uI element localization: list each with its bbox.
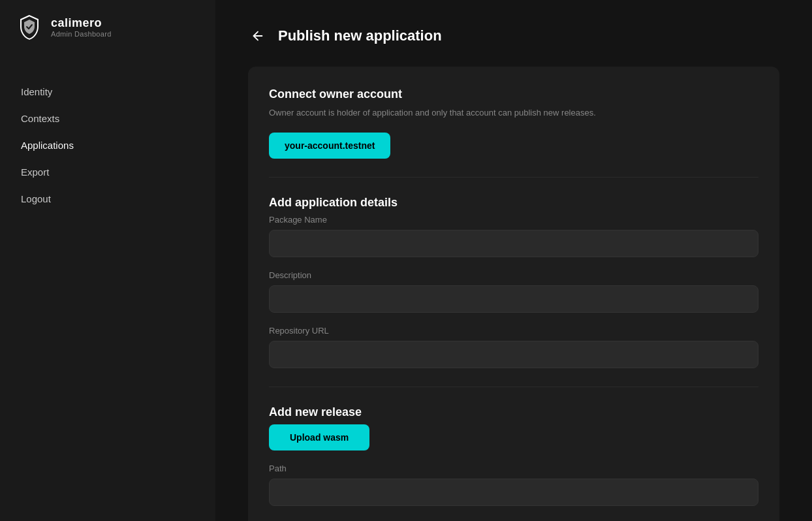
sidebar-item-logout[interactable]: Logout [10,187,205,211]
publish-form-card: Connect owner account Owner account is h… [248,67,779,521]
logo-area: calimero Admin Dashboard [0,0,215,54]
page-title: Publish new application [278,27,442,44]
package-name-label: Package Name [269,215,758,225]
back-button[interactable] [248,26,268,46]
repository-url-label: Repository URL [269,326,758,336]
calimero-logo-icon [16,13,43,40]
sidebar-item-applications[interactable]: Applications [10,133,205,157]
version-label: Version [269,519,758,522]
path-label: Path [269,464,758,473]
account-connect-button[interactable]: your-account.testnet [269,133,390,159]
back-arrow-icon [251,29,265,43]
repository-url-input[interactable] [269,341,758,368]
sidebar-item-contexts[interactable]: Contexts [10,106,205,131]
description-group: Description [269,270,758,313]
logo-text: calimero Admin Dashboard [51,16,112,38]
main-content: Publish new application Connect owner ac… [215,0,812,521]
new-release-section: Add new release Upload wasm Path Version [269,405,758,522]
path-input[interactable] [269,479,758,506]
app-subtitle: Admin Dashboard [51,30,112,38]
connect-owner-description: Owner account is holder of application a… [269,106,758,119]
sidebar-item-identity[interactable]: Identity [10,80,205,104]
app-details-title: Add application details [269,196,758,210]
section-divider-1 [269,177,758,178]
description-label: Description [269,270,758,280]
app-name: calimero [51,16,112,30]
sidebar: calimero Admin Dashboard Identity Contex… [0,0,215,521]
sidebar-item-export[interactable]: Export [10,160,205,184]
package-name-group: Package Name [269,215,758,257]
app-details-section: Add application details Package Name Des… [269,196,758,368]
path-group: Path [269,464,758,506]
sidebar-nav: Identity Contexts Applications Export Lo… [0,80,215,211]
connect-owner-title: Connect owner account [269,87,758,101]
description-input[interactable] [269,285,758,313]
version-group: Version [269,519,758,522]
repository-url-group: Repository URL [269,326,758,368]
section-divider-2 [269,387,758,387]
page-header: Publish new application [248,26,779,46]
connect-owner-section: Connect owner account Owner account is h… [269,87,758,159]
upload-wasm-button[interactable]: Upload wasm [269,424,369,450]
new-release-title: Add new release [269,405,758,419]
package-name-input[interactable] [269,230,758,257]
